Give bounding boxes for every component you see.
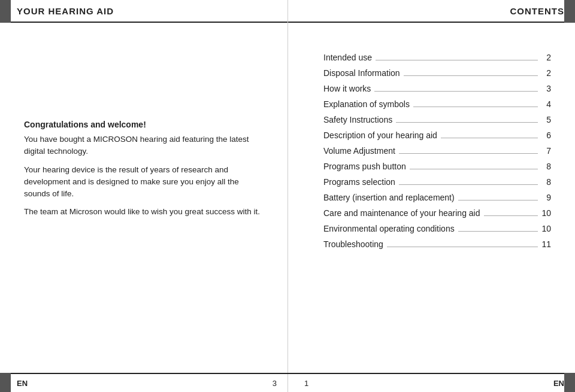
toc-dots	[458, 231, 538, 232]
toc-label: Disposal Information	[323, 68, 400, 78]
toc-item: How it works3	[323, 84, 551, 93]
intro-section: Congratulations and welcome!You have bou…	[24, 118, 264, 218]
intro-paragraph: The team at Microson would like to wish …	[24, 206, 264, 218]
corner-accent-right	[564, 0, 575, 23]
left-page: Congratulations and welcome!You have bou…	[0, 23, 288, 392]
toc-dots	[484, 215, 538, 216]
right-footer: 1 EN	[288, 373, 575, 392]
toc-dots	[374, 91, 538, 92]
toc-label: Battery (insertion and replacement)	[323, 193, 455, 202]
toc-page-number: 9	[541, 193, 551, 202]
toc-label: Safety Instructions	[323, 115, 392, 124]
toc-label: Explanation of symbols	[323, 99, 410, 109]
toc-dots	[399, 153, 538, 154]
toc-label: Programs selection	[323, 177, 395, 187]
toc-page-number: 6	[541, 130, 551, 140]
bottom-corner-left	[0, 373, 11, 392]
intro-paragraph: Your hearing device is the result of yea…	[24, 164, 264, 200]
left-footer-lang: EN	[17, 379, 28, 388]
right-footer-lang: EN	[553, 379, 564, 388]
toc-page-number: 2	[541, 53, 551, 62]
toc-dots	[410, 169, 538, 169]
toc-dots	[376, 60, 538, 60]
toc-item: Troubleshooting11	[323, 239, 551, 249]
toc-label: How it works	[323, 84, 371, 93]
toc-item: Disposal Information2	[323, 68, 551, 78]
toc-page-number: 3	[541, 84, 551, 93]
left-footer-page: 3	[273, 379, 277, 388]
toc-item: Description of your hearing aid6	[323, 130, 551, 140]
toc-label: Description of your hearing aid	[323, 130, 437, 140]
toc-dots	[396, 122, 538, 123]
toc-label: Care and maintenance of your hearing aid	[323, 208, 480, 218]
right-page-toc: Intended use2Disposal Information2How it…	[288, 23, 575, 392]
intro-paragraph: Congratulations and welcome!	[24, 118, 264, 131]
right-footer-page: 1	[304, 379, 308, 388]
right-header-title: CONTENTS	[510, 6, 565, 16]
toc-label: Volume Adjustment	[323, 146, 395, 156]
toc-dots	[458, 200, 538, 200]
toc-item: Environmental operating conditions10	[323, 224, 551, 233]
toc-dots	[399, 184, 538, 185]
toc-dots	[413, 107, 538, 107]
toc-label: Troubleshooting	[323, 239, 383, 249]
toc-dots	[404, 75, 538, 76]
toc-page-number: 8	[541, 177, 551, 187]
toc-dots	[441, 138, 538, 138]
intro-paragraph: You have bought a MICROSON hearing aid f…	[24, 133, 264, 158]
toc-item: Programs selection8	[323, 177, 551, 187]
right-header: CONTENTS	[288, 0, 575, 23]
toc-page-number: 8	[541, 162, 551, 171]
toc-dots	[387, 247, 538, 247]
toc-label: Programs push button	[323, 162, 406, 171]
toc-page-number: 7	[541, 146, 551, 156]
toc-item: Care and maintenance of your hearing aid…	[323, 208, 551, 218]
toc-item: Explanation of symbols4	[323, 99, 551, 109]
corner-accent-left	[0, 0, 11, 23]
toc-page-number: 10	[541, 208, 551, 218]
bottom-corner-right	[564, 373, 575, 392]
toc-label: Intended use	[323, 53, 372, 62]
left-header: YOUR HEARING AID	[0, 0, 288, 23]
toc-item: Volume Adjustment7	[323, 146, 551, 156]
left-footer: EN 3	[0, 373, 288, 392]
toc-item: Intended use2	[323, 53, 551, 62]
toc-item: Battery (insertion and replacement)9	[323, 193, 551, 202]
toc-page-number: 10	[541, 224, 551, 233]
toc-page-number: 5	[541, 115, 551, 124]
toc-item: Safety Instructions5	[323, 115, 551, 124]
toc-page-number: 11	[541, 239, 551, 249]
toc-label: Environmental operating conditions	[323, 224, 455, 233]
left-header-title: YOUR HEARING AID	[17, 6, 114, 16]
toc-item: Programs push button8	[323, 162, 551, 171]
toc-page-number: 2	[541, 68, 551, 78]
toc-page-number: 4	[541, 99, 551, 109]
